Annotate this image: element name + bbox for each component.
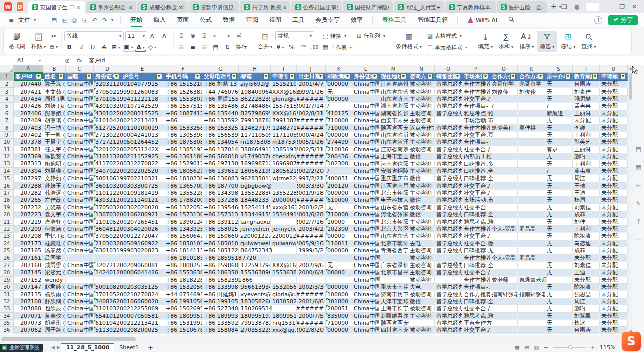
- cell-P8[interactable]: 合作方推荐: [462, 124, 490, 131]
- cell-G20[interactable]: +86 1573130169: [202, 211, 239, 218]
- cell-T11[interactable]: 王丽淋: [573, 146, 600, 153]
- cell-O23[interactable]: 留学总经办: [435, 233, 462, 240]
- cell-R15[interactable]: [518, 175, 545, 182]
- row-number-18[interactable]: 18: [0, 197, 14, 204]
- cell-Q14[interactable]: [490, 168, 518, 175]
- column-header-I[interactable]: I: [271, 65, 297, 73]
- font-name-select[interactable]: 等线▾: [64, 31, 124, 41]
- cell-H34[interactable]: 180995191: [239, 313, 271, 320]
- cell-M10[interactable]: 山东省菏泽: [379, 139, 408, 146]
- cell-P29[interactable]: 合作方推荐: [462, 277, 490, 284]
- cell-J9[interactable]: 2000/4/24: [297, 132, 326, 139]
- cell-I13[interactable]: 169698712: [271, 160, 297, 167]
- wps-logo-icon[interactable]: W: [4, 2, 12, 11]
- cell-T29[interactable]: 未分配: [573, 277, 600, 284]
- cell-N22[interactable]: 被动咨询: [408, 226, 435, 233]
- file-tab-9[interactable]: S医护五险一金.xlsx: [497, 1, 547, 13]
- cell-N30[interactable]: 去电: [408, 284, 435, 291]
- cell-L2[interactable]: China中国: [352, 81, 379, 88]
- cell-T26[interactable]: 未分配: [573, 254, 600, 261]
- cell-P23[interactable]: 社交平台./: [462, 233, 490, 240]
- cell-B13[interactable]: 衡琬明 (女: [43, 160, 66, 167]
- row-number-23[interactable]: 23: [0, 233, 14, 240]
- reader-view-icon[interactable]: ▥: [534, 344, 539, 351]
- decrease-font-icon[interactable]: A⁻: [160, 31, 171, 41]
- cell-M12[interactable]: 上海市宝山: [379, 153, 408, 160]
- cell-M35[interactable]: 陕西省西安: [379, 320, 408, 327]
- cell-L35[interactable]: China中国: [352, 320, 379, 327]
- cell-D27[interactable]: 320721200209060081: [94, 262, 121, 269]
- filter-dropdown-icon[interactable]: ▼: [592, 74, 598, 79]
- page-view-icon[interactable]: ▤: [524, 344, 529, 351]
- cell-I4[interactable]: gloria@uk: [271, 96, 297, 103]
- cell-Q26[interactable]: 个人-罗晶: [490, 254, 518, 261]
- cell-N10[interactable]: 主动咨询: [408, 139, 435, 146]
- cell-U11[interactable]: 未分配: [600, 146, 628, 153]
- cell-Q19[interactable]: [490, 204, 518, 211]
- cell-N33[interactable]: 被动咨询: [408, 305, 435, 312]
- cell-R7[interactable]: [518, 117, 545, 124]
- panel-icon[interactable]: ▦: [636, 164, 641, 171]
- sum-button[interactable]: ∑ 求和▾: [496, 31, 516, 52]
- cell-B34[interactable]: 黄嘉仪 (女: [43, 313, 66, 320]
- cell-Q6[interactable]: [490, 110, 518, 117]
- cell-M16[interactable]: 江西省南昌: [379, 182, 408, 189]
- cell-C34[interactable]: China中国: [66, 313, 94, 320]
- cell-C2[interactable]: China中国: [66, 81, 94, 88]
- number-format-select[interactable]: 常规▾: [275, 31, 314, 41]
- filter-dropdown-icon[interactable]: ▼: [510, 74, 516, 79]
- cell-C6[interactable]: China中国: [66, 110, 94, 117]
- layout-mode-icon[interactable]: ❏: [561, 3, 567, 10]
- docer-icon[interactable]: D: [17, 2, 23, 11]
- cell-G12[interactable]: +86 56681836: [202, 153, 239, 160]
- cell-D11[interactable]: 32010220020531242X: [94, 146, 121, 153]
- cell-B14[interactable]: 刘晨曦 (女: [43, 168, 66, 175]
- cell-C32[interactable]: China中国: [66, 298, 94, 305]
- quickbar-chevron-icon[interactable]: ▾: [111, 18, 113, 22]
- cell-B3[interactable]: 李文茹 (女: [43, 88, 66, 95]
- cell-P25[interactable]: 口碑推荐.无: [462, 247, 490, 254]
- cell-L3[interactable]: China中国: [352, 88, 379, 95]
- redo-icon[interactable]: ↷: [100, 17, 110, 24]
- cell-P19[interactable]: 社交平台: [462, 204, 490, 211]
- undo-icon[interactable]: ↶: [90, 17, 100, 24]
- cell-D16[interactable]: 360103200303300725: [94, 182, 121, 189]
- cell-D15[interactable]: 500106199702210321: [94, 175, 121, 182]
- cell-G21[interactable]: +86 1391129694: [202, 218, 239, 225]
- cell-I18[interactable]: 200000@qq: [271, 197, 297, 204]
- cell-M28[interactable]: 北京市昌平: [379, 269, 408, 276]
- cell-N7[interactable]: 主动咨询: [408, 117, 435, 124]
- fill-color-button[interactable]: ▣▾: [123, 43, 134, 52]
- cell-M29[interactable]: [379, 277, 408, 284]
- menu-item-3[interactable]: 公式: [194, 14, 217, 26]
- cell-I34[interactable]: 180995191: [271, 313, 297, 320]
- cell-F12[interactable]: +86 13611860: [164, 153, 202, 160]
- cell-T14[interactable]: 黄韦慧: [573, 168, 600, 175]
- cell-C36[interactable]: China中国: [66, 327, 94, 334]
- cell-D13[interactable]: 411702200312270822: [94, 160, 121, 167]
- row-number-5[interactable]: 5: [0, 103, 14, 110]
- comma-icon[interactable]: ⁰⁰⁰: [298, 43, 308, 52]
- cell-C28[interactable]: China中国: [66, 269, 94, 276]
- cell-J34[interactable]: 2000/7/5: [297, 313, 326, 320]
- cell-A25[interactable]: 207165: [14, 247, 43, 254]
- header-cell-J[interactable]: 出生日期▼: [297, 73, 326, 81]
- cell-L27[interactable]: China中国: [352, 262, 379, 269]
- row-number-21[interactable]: 21: [0, 218, 14, 225]
- cell-A24[interactable]: 207173: [14, 240, 43, 247]
- cell-L20[interactable]: China中国: [352, 211, 379, 218]
- cell-P21[interactable]: 雅思考点.雅: [462, 218, 490, 225]
- cell-U9[interactable]: 未分配: [600, 132, 628, 139]
- cell-K18[interactable]: 610000: [326, 197, 352, 204]
- menu-item-9[interactable]: 效率: [345, 14, 368, 26]
- cell-J16[interactable]: 2003/3/30: [297, 182, 326, 189]
- header-cell-F[interactable]: 手机号码▼: [164, 73, 202, 81]
- cell-Q25[interactable]: [490, 247, 518, 254]
- cell-S7[interactable]: 无: [545, 117, 573, 124]
- font-size-select[interactable]: 11▾: [125, 31, 147, 41]
- row-number-35[interactable]: 35: [0, 320, 14, 327]
- cell-C23[interactable]: China中国: [66, 233, 94, 240]
- filter-dropdown-icon[interactable]: ▼: [565, 74, 571, 79]
- cell-B20[interactable]: 袁文宇 (女: [43, 211, 66, 218]
- cell-P10[interactable]: 合作项目-: [462, 139, 490, 146]
